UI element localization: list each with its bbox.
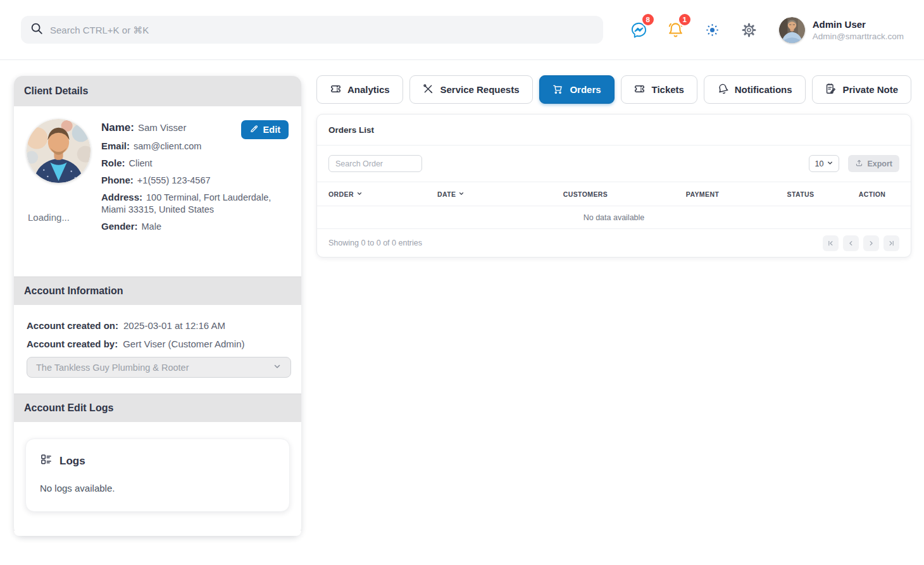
orders-panel: Orders List 10 Export ORDER DATE CUSTOME… (316, 114, 911, 258)
ticket-icon (634, 83, 646, 97)
orders-table-header: ORDER DATE CUSTOMERS PAYMENT STATUS ACTI… (317, 182, 911, 206)
client-panel: Client Details Name:Sam Visser Email:sam… (14, 76, 301, 536)
user-menu[interactable]: Admin User Admin@smarttrack.com (779, 17, 904, 43)
orders-table-footer: Showing 0 to 0 of 0 entries (317, 229, 911, 257)
tab-notifications[interactable]: Notifications (704, 75, 806, 104)
column-date[interactable]: DATE (437, 190, 522, 198)
account-created-on-row: Account created on:2025-03-01 at 12:16 A… (27, 320, 290, 331)
no-data-row: No data available (317, 206, 911, 229)
client-avatar (27, 119, 91, 183)
tab-private-note[interactable]: Private Note (812, 75, 911, 104)
client-email-row: Email:sam@client.com (101, 140, 289, 152)
client-address-row: Address:100 Terminal, Fort Lauderdale, M… (101, 191, 289, 216)
orders-list-title: Orders List (317, 115, 911, 146)
account-information-header: Account Information (14, 277, 301, 305)
client-role-row: Role:Client (101, 157, 289, 170)
global-search[interactable] (21, 16, 603, 44)
client-details-body: Name:Sam Visser Email:sam@client.com Rol… (14, 106, 301, 277)
pagination (823, 235, 899, 251)
account-created-by-row: Account created by:Gert Viser (Customer … (27, 338, 290, 349)
detail-tabs: Analytics Service Requests Orders Ticket… (316, 75, 911, 104)
next-page-button[interactable] (863, 235, 879, 251)
notifications-button[interactable]: 1 (658, 22, 694, 39)
search-icon (30, 22, 44, 38)
export-button[interactable]: Export (848, 155, 899, 172)
search-input[interactable] (50, 25, 594, 35)
topbar: 8 1 Admin User Admin@smarttrack.com (0, 0, 924, 60)
client-details-header: Client Details (14, 76, 301, 106)
user-name: Admin User (813, 19, 904, 30)
entries-info: Showing 0 to 0 of 0 entries (328, 239, 422, 247)
pencil-icon (249, 124, 259, 135)
account-information-body: Account created on:2025-03-01 at 12:16 A… (14, 305, 301, 394)
cart-icon (552, 83, 564, 97)
bell-icon (717, 83, 729, 97)
orders-controls: 10 Export (317, 146, 911, 182)
chevron-down-icon (273, 362, 282, 373)
admin-avatar (779, 17, 805, 43)
note-icon (825, 83, 837, 97)
ticket-icon (330, 83, 342, 97)
sort-chevron-icon (356, 190, 363, 198)
messenger-badge: 8 (641, 13, 655, 27)
page-size-select[interactable]: 10 (809, 155, 839, 172)
column-action: ACTION (845, 190, 899, 198)
settings-gear-button[interactable] (731, 22, 768, 38)
tab-orders[interactable]: Orders (539, 75, 615, 104)
bell-badge: 1 (678, 13, 692, 27)
logs-empty-text: No logs available. (40, 483, 275, 494)
logs-title: Logs (59, 455, 85, 468)
messenger-button[interactable]: 8 (621, 22, 658, 39)
column-status: STATUS (756, 190, 845, 198)
column-payment: PAYMENT (649, 190, 756, 198)
logs-card: Logs No logs available. (25, 438, 290, 512)
company-select[interactable]: The Tankless Guy Plumbing & Rooter (27, 357, 291, 378)
edit-client-button[interactable]: Edit (241, 120, 289, 139)
upload-icon (855, 159, 863, 169)
account-edit-logs-body: Logs No logs available. (14, 422, 301, 531)
tools-icon (422, 83, 434, 97)
theme-brightness-button[interactable] (694, 22, 731, 38)
chevron-down-icon (827, 159, 833, 168)
user-email: Admin@smarttrack.com (813, 32, 904, 41)
prev-page-button[interactable] (843, 235, 859, 251)
last-page-button[interactable] (883, 235, 899, 251)
column-order[interactable]: ORDER (328, 190, 437, 198)
tab-tickets[interactable]: Tickets (621, 75, 697, 104)
tab-service-requests[interactable]: Service Requests (409, 75, 533, 104)
order-search-input[interactable] (328, 155, 422, 172)
column-customers: CUSTOMERS (522, 190, 649, 198)
client-gender-row: Gender:Male (101, 220, 289, 233)
sort-chevron-icon (458, 190, 465, 198)
client-phone-row: Phone:+1(555) 123-4567 (101, 174, 289, 187)
first-page-button[interactable] (823, 235, 839, 251)
list-details-icon (40, 453, 53, 469)
account-edit-logs-header: Account Edit Logs (14, 394, 301, 422)
tab-analytics[interactable]: Analytics (316, 75, 403, 104)
